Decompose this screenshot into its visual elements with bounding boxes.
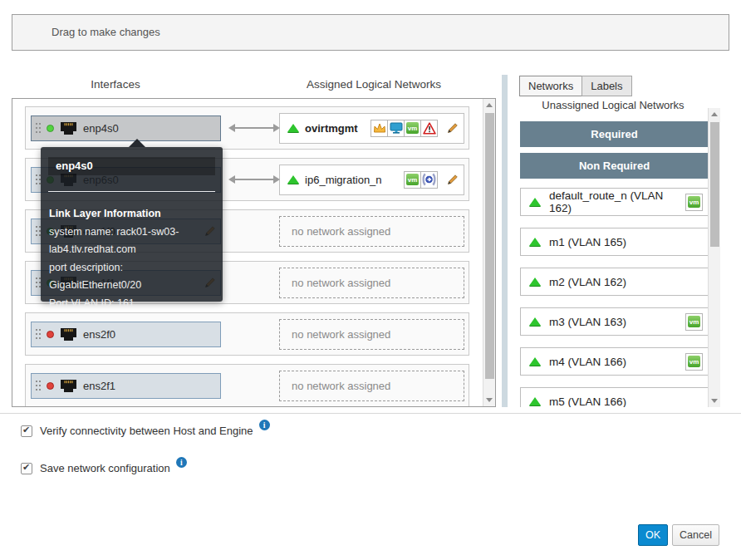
- unassigned-network-item[interactable]: m1 (VLAN 165): [520, 228, 709, 256]
- save-config-checkbox[interactable]: [21, 463, 32, 474]
- vm-network-icon: vm: [685, 353, 703, 371]
- no-network-label: no network assigned: [292, 380, 390, 392]
- interface-row-ens2f0: ens2f0 no network assigned: [25, 312, 469, 356]
- network-slot: ip6_migration_n vm: [279, 165, 464, 195]
- network-slot: no network assigned: [279, 216, 464, 247]
- status-led-icon: [47, 382, 54, 390]
- network-up-icon: [529, 198, 541, 206]
- ok-button[interactable]: OK: [638, 524, 668, 546]
- no-network-label: no network assigned: [292, 328, 390, 341]
- no-network-dropzone[interactable]: no network assigned: [279, 268, 464, 298]
- tab-networks[interactable]: Networks: [519, 76, 582, 96]
- option-verify-connectivity: Verify connectivity between Host and Eng…: [21, 425, 270, 437]
- assigned-network-box[interactable]: ovirtmgmt vm: [279, 113, 464, 144]
- tab-labels[interactable]: Labels: [582, 76, 631, 96]
- scroll-down-icon[interactable]: [483, 394, 495, 406]
- network-slot: no network assigned: [279, 268, 464, 298]
- unassigned-network-item[interactable]: m4 (VLAN 166) vm: [520, 347, 709, 376]
- tooltip-separator: [48, 191, 215, 192]
- vm-network-icon: vm: [404, 120, 421, 137]
- interface-box[interactable]: ens2f1: [31, 373, 221, 399]
- right-scrollbar[interactable]: [708, 108, 720, 407]
- group-header: Non Required: [520, 153, 709, 179]
- interface-name: ens2f1: [83, 380, 115, 392]
- management-network-icon: [370, 120, 388, 137]
- tooltip-line: Port VLAN ID: 161: [49, 295, 215, 313]
- unassigned-network-item[interactable]: m2 (VLAN 162): [520, 268, 709, 296]
- unassigned-network-item[interactable]: m3 (VLAN 163) vm: [520, 307, 709, 336]
- vm-network-icon: vm: [685, 313, 703, 331]
- no-network-dropzone[interactable]: no network assigned: [279, 319, 464, 350]
- info-icon[interactable]: [259, 420, 270, 430]
- tooltip-caret-icon: [129, 139, 145, 147]
- display-network-icon: [387, 120, 405, 137]
- panel-divider: [502, 75, 508, 407]
- scrollbar-thumb[interactable]: [485, 113, 494, 379]
- network-up-icon: [529, 317, 541, 326]
- interface-box[interactable]: ens2f0: [31, 322, 221, 347]
- unassigned-networks-title: Unassigned Logical Networks: [513, 99, 713, 111]
- interface-tooltip: enp4s0 Link Layer Information system nam…: [41, 147, 223, 302]
- edit-pencil-icon[interactable]: [447, 122, 459, 134]
- ethernet-port-icon: [59, 121, 78, 135]
- group-header: Required: [520, 121, 709, 147]
- interface-box[interactable]: enp4s0: [31, 115, 221, 141]
- option-save-network-config: Save network configuration: [21, 462, 187, 474]
- assignment-arrow-icon: [229, 123, 279, 133]
- status-led-icon: [47, 125, 54, 132]
- scroll-down-icon[interactable]: [709, 395, 720, 407]
- assigned-network-box[interactable]: ip6_migration_n vm: [279, 165, 464, 195]
- verify-connectivity-label: Verify connectivity between Host and Eng…: [40, 425, 253, 437]
- assignment-arrow-icon: [229, 174, 279, 184]
- edit-pencil-icon[interactable]: [447, 174, 459, 185]
- assigned-networks-column-header: Assigned Logical Networks: [266, 78, 482, 91]
- scroll-up-icon[interactable]: [709, 108, 720, 120]
- network-name: ip6_migration_n: [305, 174, 382, 186]
- unassigned-network-label: m4 (VLAN 166): [549, 356, 626, 368]
- no-network-dropzone[interactable]: no network assigned: [279, 216, 464, 247]
- network-badges: vm: [371, 120, 438, 137]
- right-tabs: Networks Labels: [519, 76, 632, 96]
- info-icon[interactable]: [176, 457, 187, 468]
- cancel-button[interactable]: Cancel: [672, 524, 719, 546]
- dialog-footer: OK Cancel: [638, 524, 719, 546]
- tooltip-line: system name: rack01-sw03-lab4.tlv.redhat…: [49, 224, 215, 259]
- unassigned-network-label: m2 (VLAN 162): [549, 276, 626, 288]
- unassigned-network-label: default_route_n (VLAN 162): [549, 189, 677, 214]
- unassigned-network-item[interactable]: m5 (VLAN 166): [520, 387, 709, 407]
- main-scrollbar[interactable]: [483, 99, 495, 406]
- network-up-icon: [287, 124, 299, 132]
- drag-hint-banner: Drag to make changes: [12, 14, 729, 51]
- network-up-icon: [529, 278, 541, 286]
- unassigned-networks-list: Required Non Required default_route_n (V…: [520, 121, 709, 407]
- unassigned-network-label: m1 (VLAN 165): [549, 236, 626, 248]
- network-name: ovirtmgmt: [305, 122, 358, 135]
- save-config-label: Save network configuration: [40, 462, 170, 474]
- network-up-icon: [287, 175, 299, 184]
- unassigned-network-item[interactable]: default_route_n (VLAN 162) vm: [520, 188, 709, 216]
- interfaces-column-header: Interfaces: [12, 78, 219, 91]
- no-network-dropzone[interactable]: no network assigned: [279, 371, 464, 401]
- network-slot: ovirtmgmt vm: [279, 113, 464, 144]
- interface-name: enp4s0: [83, 122, 119, 135]
- interface-name: ens2f0: [83, 328, 115, 341]
- migration-network-icon: [420, 171, 438, 189]
- vm-network-icon: vm: [685, 194, 703, 211]
- verify-connectivity-checkbox[interactable]: [21, 425, 32, 437]
- vm-network-icon: vm: [404, 171, 421, 189]
- status-led-icon: [47, 331, 54, 338]
- no-network-label: no network assigned: [292, 225, 390, 238]
- scrollbar-thumb[interactable]: [710, 122, 719, 247]
- network-up-icon: [529, 357, 541, 366]
- unassigned-network-label: m3 (VLAN 163): [549, 316, 626, 328]
- tooltip-section-title: Link Layer Information: [49, 205, 215, 224]
- no-network-label: no network assigned: [292, 277, 390, 289]
- scroll-up-icon[interactable]: [483, 99, 495, 111]
- warning-icon: [420, 120, 438, 137]
- drag-handle-icon: [36, 381, 42, 391]
- tooltip-title: enp4s0: [48, 157, 215, 175]
- ethernet-port-icon: [59, 327, 78, 341]
- drag-handle-icon: [36, 123, 42, 134]
- options-separator: [0, 413, 741, 414]
- unassigned-network-label: m5 (VLAN 166): [549, 395, 626, 408]
